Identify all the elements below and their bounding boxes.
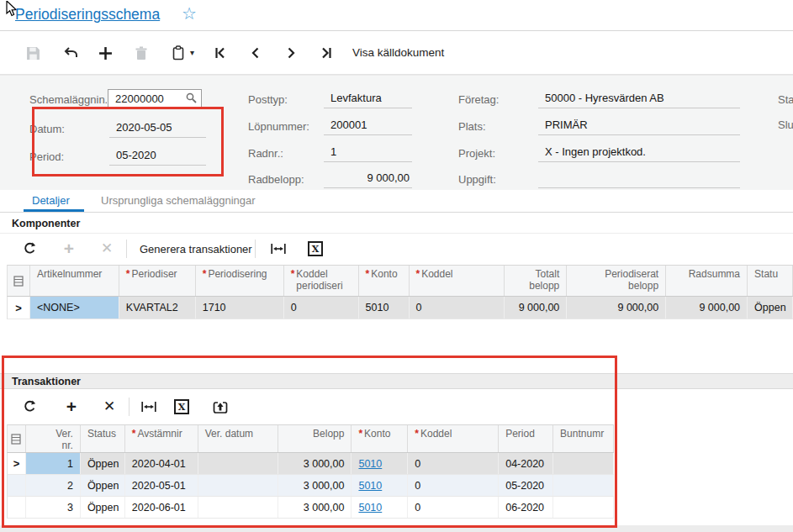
- field-value[interactable]: 200001: [324, 119, 412, 135]
- field-value[interactable]: 1: [324, 145, 412, 162]
- cell-ver-datum[interactable]: [198, 497, 278, 518]
- go-last-button[interactable]: [316, 43, 336, 63]
- table-row[interactable]: 3Öppen2020-06-013 000,005010006-2020: [7, 497, 614, 519]
- cell-konto[interactable]: 5010: [359, 297, 410, 319]
- cell-ver-nr[interactable]: 2: [26, 475, 81, 496]
- tab-ursprungliga-schemalaggningar[interactable]: Ursprungliga schemaläggningar: [101, 194, 256, 207]
- column-header-buntnumr[interactable]: Buntnumr: [553, 425, 614, 452]
- go-next-button[interactable]: [281, 43, 301, 63]
- cell-avstämnir[interactable]: 2020-05-01: [125, 475, 198, 496]
- favorite-star-icon[interactable]: ☆: [182, 3, 197, 24]
- tab-detaljer[interactable]: Detaljer: [32, 194, 70, 207]
- page-title[interactable]: Periodiseringsschema: [15, 6, 160, 24]
- column-header-periodiserat-belopp[interactable]: Periodiserat belopp: [567, 266, 666, 296]
- cell-konto[interactable]: 5010: [352, 475, 408, 496]
- cell-period[interactable]: 06-2020: [499, 497, 553, 518]
- cell-ver-nr[interactable]: 3: [26, 497, 81, 518]
- column-header-konto[interactable]: *Konto: [352, 425, 408, 452]
- table-row[interactable]: >1Öppen2020-04-013 000,005010004-2020: [7, 453, 614, 475]
- cell-artikelnummer[interactable]: <NONE>: [30, 297, 119, 319]
- cell-koddel[interactable]: 0: [408, 497, 499, 518]
- generate-transactions-button[interactable]: Generera transaktioner: [140, 243, 252, 255]
- add-button[interactable]: [95, 43, 115, 63]
- cell-ver-datum[interactable]: [198, 453, 278, 474]
- row-selector-header[interactable]: [8, 425, 26, 452]
- cell-belopp[interactable]: 3 000,00: [278, 497, 352, 518]
- column-header-periodisering[interactable]: *Periodisering: [196, 266, 284, 296]
- column-header-avstämnir[interactable]: *Avstämnir: [125, 425, 198, 452]
- konto-link[interactable]: 5010: [358, 502, 382, 514]
- cell-totalt-belopp[interactable]: 9 000,00: [505, 297, 567, 319]
- cell-ver-datum[interactable]: [198, 475, 278, 496]
- schedule-number-lookup-field[interactable]: 22000000: [108, 89, 202, 108]
- column-header-konto[interactable]: *Konto: [359, 266, 410, 296]
- field-value[interactable]: X - Ingen projektkod.: [538, 145, 740, 162]
- export-excel-icon[interactable]: X: [306, 240, 325, 258]
- column-header-koddel-periodiseri[interactable]: *Koddel periodiseri: [284, 266, 359, 296]
- go-previous-button[interactable]: [246, 43, 266, 63]
- column-header-statu[interactable]: Statu: [748, 266, 793, 296]
- fit-width-icon[interactable]: [269, 240, 288, 258]
- column-header-periodiser[interactable]: *Periodiser: [119, 266, 196, 296]
- cell-belopp[interactable]: 3 000,00: [278, 453, 352, 474]
- column-header-radsumma[interactable]: Radsumma: [666, 266, 748, 296]
- cell-koddel[interactable]: 0: [408, 475, 499, 496]
- export-excel-icon[interactable]: X: [172, 398, 191, 416]
- go-first-button[interactable]: [210, 43, 230, 63]
- refresh-icon[interactable]: [20, 240, 39, 258]
- cell-ver-nr[interactable]: 1: [26, 453, 81, 474]
- upload-icon[interactable]: [211, 398, 230, 416]
- refresh-icon[interactable]: [20, 398, 39, 416]
- field-value[interactable]: [538, 171, 740, 188]
- konto-link[interactable]: 5010: [358, 480, 382, 492]
- cell-buntnumr[interactable]: [553, 453, 614, 474]
- column-header-ver-nr[interactable]: Ver. nr.: [26, 425, 81, 452]
- cell-koddel-periodiseri[interactable]: 0: [284, 297, 359, 319]
- row-selector-cell[interactable]: >: [8, 297, 30, 319]
- column-header-status[interactable]: Status: [81, 425, 125, 452]
- cell-radsumma[interactable]: 9 000,00: [666, 297, 748, 319]
- cell-status[interactable]: Öppen: [81, 453, 125, 474]
- field-value[interactable]: 2020-05-05: [109, 121, 206, 138]
- add-row-icon[interactable]: +: [62, 398, 81, 416]
- row-selector-header[interactable]: [8, 266, 30, 296]
- cell-periodisering[interactable]: 1710: [196, 297, 284, 319]
- column-header-belopp[interactable]: Belopp: [278, 425, 352, 452]
- cell-period[interactable]: 05-2020: [499, 475, 553, 496]
- clipboard-dropdown-icon[interactable]: ▾: [190, 48, 194, 57]
- cell-avstämnir[interactable]: 2020-06-01: [125, 497, 198, 518]
- undo-button[interactable]: [61, 43, 81, 63]
- field-value[interactable]: 22000000: [108, 92, 186, 105]
- table-row[interactable]: 2Öppen2020-05-013 000,005010005-2020: [7, 475, 614, 497]
- fit-width-icon[interactable]: [140, 398, 158, 416]
- column-header-koddel[interactable]: *Koddel: [410, 266, 505, 296]
- konto-link[interactable]: 5010: [358, 458, 382, 470]
- cell-konto[interactable]: 5010: [352, 497, 408, 518]
- field-value[interactable]: 05-2020: [109, 149, 206, 166]
- show-source-document-button[interactable]: Visa källdokument: [352, 46, 444, 59]
- column-header-period[interactable]: Period: [499, 425, 553, 452]
- row-selector-cell[interactable]: [8, 475, 26, 496]
- cell-periodiserat-belopp[interactable]: 9 000,00: [567, 297, 666, 319]
- search-icon[interactable]: [186, 92, 201, 107]
- cell-period[interactable]: 04-2020: [499, 453, 553, 474]
- column-header-koddel[interactable]: *Koddel: [408, 425, 499, 452]
- field-value[interactable]: 9 000,00: [324, 171, 412, 188]
- column-header-ver-datum[interactable]: Ver. datum: [198, 425, 278, 452]
- table-row[interactable]: ><NONE>KVARTAL217100501009 000,009 000,0…: [7, 297, 793, 319]
- field-value[interactable]: 50000 - Hyresvärden AB: [538, 92, 740, 108]
- field-value[interactable]: Levfaktura: [324, 92, 412, 108]
- delete-row-icon[interactable]: ✕: [100, 398, 119, 416]
- cell-status[interactable]: Öppen: [81, 497, 125, 518]
- cell-periodiser[interactable]: KVARTAL2: [119, 297, 196, 319]
- column-header-artikelnummer[interactable]: Artikelnummer: [30, 266, 119, 296]
- field-value[interactable]: PRIMÄR: [538, 119, 740, 135]
- cell-statu[interactable]: Öppen: [748, 297, 793, 319]
- cell-avstämnir[interactable]: 2020-04-01: [125, 453, 198, 474]
- cell-koddel[interactable]: 0: [408, 453, 499, 474]
- cell-koddel[interactable]: 0: [410, 297, 505, 319]
- cell-belopp[interactable]: 3 000,00: [278, 475, 352, 496]
- clipboard-button[interactable]: [168, 43, 188, 63]
- cell-status[interactable]: Öppen: [81, 475, 125, 496]
- cell-buntnumr[interactable]: [553, 475, 614, 496]
